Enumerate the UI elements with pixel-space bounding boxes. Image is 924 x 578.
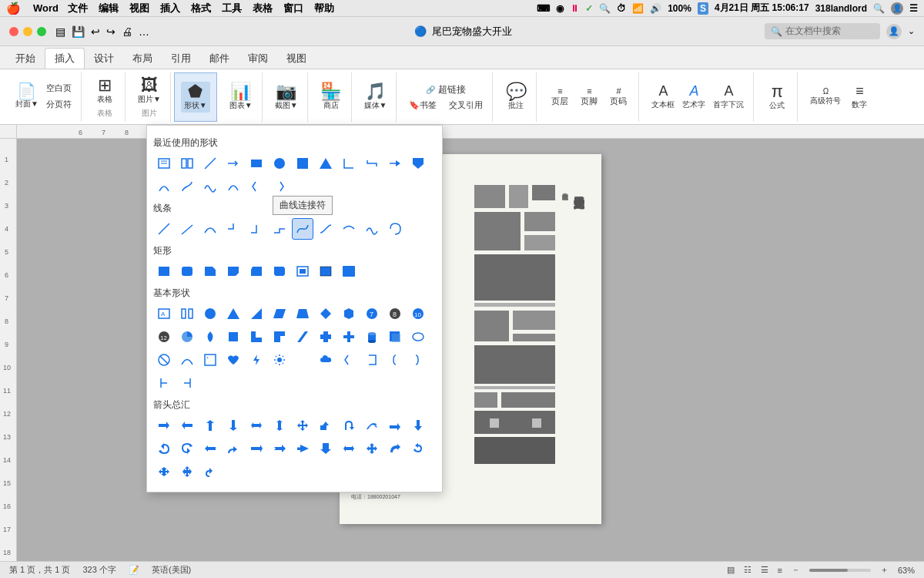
equation-button[interactable]: π 公式 (763, 82, 791, 113)
shapes-scroll-area[interactable]: 最近使用的形状 (153, 132, 436, 486)
basic-columns[interactable] (176, 303, 198, 324)
user-account-icon[interactable]: 👤 (886, 24, 902, 39)
rect-thick[interactable] (338, 260, 360, 282)
basic-curve[interactable] (176, 349, 198, 371)
textbox-button[interactable]: A 文本框 (648, 82, 678, 112)
arrow-circular[interactable] (153, 438, 175, 459)
hyperlink-button[interactable]: 🔗 超链接 (423, 82, 469, 98)
arrow-curved[interactable] (361, 415, 383, 436)
chevron-down-icon[interactable]: ⌄ (908, 26, 915, 36)
line-curved[interactable] (199, 218, 221, 240)
line-elbow[interactable] (246, 218, 267, 240)
arrow-left[interactable] (176, 415, 198, 436)
line-loop[interactable] (384, 218, 406, 240)
basic-bracket4[interactable] (176, 372, 198, 394)
line-s-curved[interactable] (315, 218, 336, 240)
page-break-button[interactable]: 分页符 (43, 97, 75, 112)
zoom-in-icon[interactable]: ＋ (880, 564, 889, 576)
basic-bracket1[interactable] (338, 349, 360, 371)
arrow-circular2[interactable] (176, 438, 198, 459)
basic-num12[interactable]: 12 (153, 326, 175, 348)
rect-snip3[interactable] (246, 260, 267, 282)
arrow-striped[interactable] (292, 438, 313, 459)
view-web-icon[interactable]: ☷ (744, 565, 752, 575)
line-right-angle[interactable] (223, 218, 244, 240)
tab-view[interactable]: 视图 (277, 49, 316, 69)
basic-circle[interactable] (199, 303, 221, 324)
basic-square[interactable] (223, 326, 244, 348)
shape-curved1[interactable] (153, 176, 175, 197)
notification-icon[interactable]: ☰ (909, 3, 918, 14)
shape-arc[interactable] (223, 176, 244, 197)
search-bar[interactable]: 🔍 在文档中搜索 (765, 23, 880, 39)
shape-down-arrow-filled[interactable] (407, 153, 429, 174)
arrow-down2[interactable] (315, 438, 336, 459)
print-icon[interactable]: 🖨 (122, 25, 132, 38)
screenshot-button[interactable]: 📷 截图▼ (272, 82, 301, 113)
basic-L-shape[interactable] (246, 326, 267, 348)
spotlight-icon[interactable]: 🔍 (873, 3, 885, 14)
basic-num10[interactable]: 10 (407, 303, 429, 324)
tab-mailings[interactable]: 邮件 (200, 49, 239, 69)
shape-wave[interactable] (199, 176, 221, 197)
blank-page-button[interactable]: 空白页 (43, 81, 75, 96)
shape-s-curve[interactable] (176, 176, 198, 197)
line-curved-connector[interactable]: 曲线连接符 (292, 218, 313, 240)
rect-dark[interactable] (315, 260, 336, 282)
advanced-symbol-button[interactable]: Ω 高级符号 (807, 86, 844, 108)
menu-file[interactable]: 文件 (68, 2, 88, 15)
menu-edit[interactable]: 编辑 (99, 2, 119, 15)
store-button[interactable]: 🏪 商店 (317, 82, 345, 113)
arrow-up-down[interactable] (269, 415, 290, 436)
basic-frame[interactable] (199, 349, 221, 371)
basic-pie[interactable] (176, 326, 198, 348)
arrow-up[interactable] (199, 415, 221, 436)
picture-button[interactable]: 🖼 图片▼ (135, 76, 164, 106)
line-bump[interactable] (361, 218, 383, 240)
basic-slash[interactable] (292, 326, 313, 348)
basic-oval[interactable] (407, 326, 429, 348)
save-icon[interactable]: 💾 (72, 25, 85, 38)
rect-rounded[interactable] (176, 260, 198, 282)
shape-arrow-line[interactable] (223, 153, 244, 174)
arrow-l-shape[interactable] (384, 415, 406, 436)
charts-button[interactable]: 📊 图表▼ (226, 82, 256, 113)
arrow-right[interactable] (153, 415, 175, 436)
basic-trapezoid[interactable] (292, 303, 313, 324)
footer-button[interactable]: ≡ 页脚 (575, 85, 603, 109)
shape-z-connector[interactable] (361, 153, 383, 174)
arrow-right-filled[interactable] (246, 438, 267, 459)
line-elbow2[interactable] (269, 218, 290, 240)
redo-icon[interactable]: ↪ (106, 25, 116, 38)
shape-columns[interactable] (176, 153, 198, 174)
menu-insert[interactable]: 插入 (160, 2, 180, 15)
comment-button[interactable]: 💬 批注 (502, 82, 530, 113)
basic-hexagon[interactable] (338, 303, 360, 324)
dropcap-button[interactable]: A 首字下沉 (710, 82, 747, 112)
shape-circle[interactable] (269, 153, 290, 174)
rect-snip2[interactable] (223, 260, 244, 282)
arrow-bent-up[interactable] (315, 415, 336, 436)
basic-L-shape2[interactable] (269, 326, 290, 348)
basic-textbox[interactable]: A (153, 303, 175, 324)
wordart-button[interactable]: A 艺术字 (679, 82, 708, 112)
basic-cross2[interactable] (338, 326, 360, 348)
number-button[interactable]: ≡ 数字 (845, 82, 873, 112)
line-diagonal[interactable] (176, 218, 198, 240)
basic-brace1[interactable] (384, 349, 406, 371)
zoom-slider[interactable] (809, 569, 871, 572)
view-draft-icon[interactable]: ≡ (778, 566, 782, 575)
tab-start[interactable]: 开始 (6, 49, 45, 69)
arrow-refresh[interactable] (407, 438, 429, 459)
view-outline-icon[interactable]: ☰ (761, 565, 768, 575)
basic-heart[interactable] (223, 349, 244, 371)
shape-textbox[interactable] (153, 153, 175, 174)
menu-help[interactable]: 帮助 (314, 2, 334, 15)
basic-bracket2[interactable] (361, 349, 383, 371)
basic-brace2[interactable] (407, 349, 429, 371)
rect-plain[interactable] (153, 260, 175, 282)
cover-page-button[interactable]: 📄 封面▼ (12, 82, 42, 111)
tab-review[interactable]: 审阅 (239, 49, 277, 69)
more-icon[interactable]: … (139, 25, 149, 38)
header-button[interactable]: ≡ 页层 (546, 85, 574, 109)
